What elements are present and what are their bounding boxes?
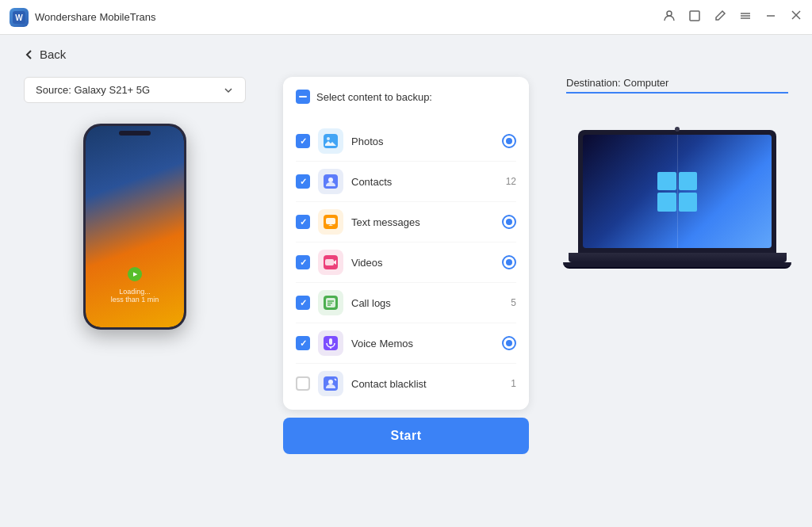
videos-label: Videos	[351, 257, 494, 269]
app-title: Wondershare MobileTrans	[35, 11, 155, 23]
window-icon[interactable]	[688, 10, 701, 25]
back-button[interactable]: Back	[24, 48, 788, 61]
phone-illustration: Loading... less than 1 min	[24, 124, 246, 330]
contactblacklist-label: Contact blacklist	[351, 378, 503, 390]
voicememos-radio	[502, 336, 516, 350]
user-icon[interactable]	[663, 10, 676, 25]
destination-label: Destination: Computer	[566, 77, 788, 94]
content-selector-card: Select content to backup: ✓	[283, 77, 529, 410]
list-item[interactable]: Contact blacklist 1	[296, 364, 516, 397]
svg-rect-15	[326, 218, 335, 224]
select-all-checkbox[interactable]	[296, 90, 310, 104]
main-layout: Source: Galaxy S21+ 5G Loading... less t…	[24, 77, 788, 527]
svg-rect-3	[690, 11, 699, 21]
list-item[interactable]: ✓ Photos	[296, 121, 516, 162]
photos-checkbox[interactable]: ✓	[296, 134, 310, 148]
center-panel: Select content to backup: ✓	[283, 77, 529, 454]
source-dropdown[interactable]: Source: Galaxy S21+ 5G	[24, 77, 246, 103]
svg-rect-24	[329, 338, 332, 345]
textmessages-icon	[318, 209, 343, 235]
list-item[interactable]: ✓ Call logs 5	[296, 283, 516, 323]
phone: Loading... less than 1 min	[83, 124, 186, 330]
textmessages-label: Text messages	[351, 216, 494, 228]
contactblacklist-icon	[318, 371, 343, 396]
laptop-screen-outer	[578, 130, 776, 253]
list-item[interactable]: ✓ Contacts 12	[296, 162, 516, 202]
calllogs-count: 5	[511, 297, 516, 308]
contacts-label: Contacts	[351, 176, 498, 188]
videos-checkbox[interactable]: ✓	[296, 255, 310, 269]
back-label: Back	[40, 48, 66, 61]
laptop-screen	[583, 135, 772, 248]
edit-icon[interactable]	[714, 10, 726, 25]
select-all-label: Select content to backup:	[316, 91, 432, 103]
laptop-illustration	[578, 130, 776, 269]
left-panel: Source: Galaxy S21+ 5G Loading... less t…	[24, 77, 246, 330]
textmessages-checkbox[interactable]: ✓	[296, 215, 310, 229]
list-item[interactable]: ✓ Videos	[296, 242, 516, 283]
contacts-checkbox[interactable]: ✓	[296, 174, 310, 189]
content-area: Back Source: Galaxy S21+ 5G Loading...	[0, 35, 812, 527]
phone-notch	[119, 131, 151, 136]
calllogs-icon	[318, 290, 343, 315]
title-bar-left: W Wondershare MobileTrans	[10, 8, 155, 27]
menu-icon[interactable]	[739, 10, 752, 25]
phone-loading-text: Loading... less than 1 min	[111, 288, 159, 304]
screen-divider	[677, 135, 678, 248]
contacts-count: 12	[506, 176, 516, 187]
laptop-camera	[675, 127, 680, 132]
select-all-row[interactable]: Select content to backup:	[296, 90, 516, 112]
title-bar: W Wondershare MobileTrans	[0, 0, 812, 35]
svg-rect-17	[325, 259, 334, 265]
calllogs-checkbox[interactable]: ✓	[296, 296, 310, 310]
contactblacklist-count: 1	[511, 378, 516, 389]
svg-point-11	[327, 137, 330, 140]
items-list: ✓ Photos	[296, 121, 516, 397]
videos-icon	[318, 250, 343, 275]
contactblacklist-checkbox[interactable]	[296, 376, 310, 391]
photos-label: Photos	[351, 136, 494, 147]
voicememos-checkbox[interactable]: ✓	[296, 336, 310, 350]
partial-check-icon	[299, 96, 307, 97]
title-bar-controls	[663, 9, 802, 25]
svg-point-13	[328, 178, 333, 182]
laptop-bottom	[563, 262, 791, 269]
textmessages-radio	[502, 215, 516, 229]
voicememos-icon	[318, 330, 343, 356]
phone-screen: Loading... less than 1 min	[86, 126, 184, 327]
svg-point-27	[328, 380, 333, 384]
voicememos-label: Voice Memos	[351, 338, 494, 349]
phone-play-icon	[128, 267, 142, 281]
svg-text:W: W	[15, 13, 23, 22]
svg-point-2	[667, 11, 672, 16]
close-icon[interactable]	[790, 9, 802, 25]
laptop-base	[569, 253, 787, 262]
photos-radio	[502, 134, 516, 148]
app-logo: W	[10, 8, 29, 27]
start-button[interactable]: Start	[283, 418, 529, 454]
right-panel: Destination: Computer	[566, 77, 788, 269]
calllogs-label: Call logs	[351, 297, 503, 309]
list-item[interactable]: ✓ Text messages	[296, 202, 516, 242]
svg-rect-10	[324, 134, 338, 148]
list-item[interactable]: ✓ Voice Memos	[296, 323, 516, 364]
videos-radio	[502, 255, 516, 269]
minimize-icon[interactable]	[764, 10, 777, 25]
photos-icon	[318, 128, 343, 154]
contacts-icon	[318, 169, 343, 194]
source-label: Source: Galaxy S21+ 5G	[36, 84, 150, 96]
